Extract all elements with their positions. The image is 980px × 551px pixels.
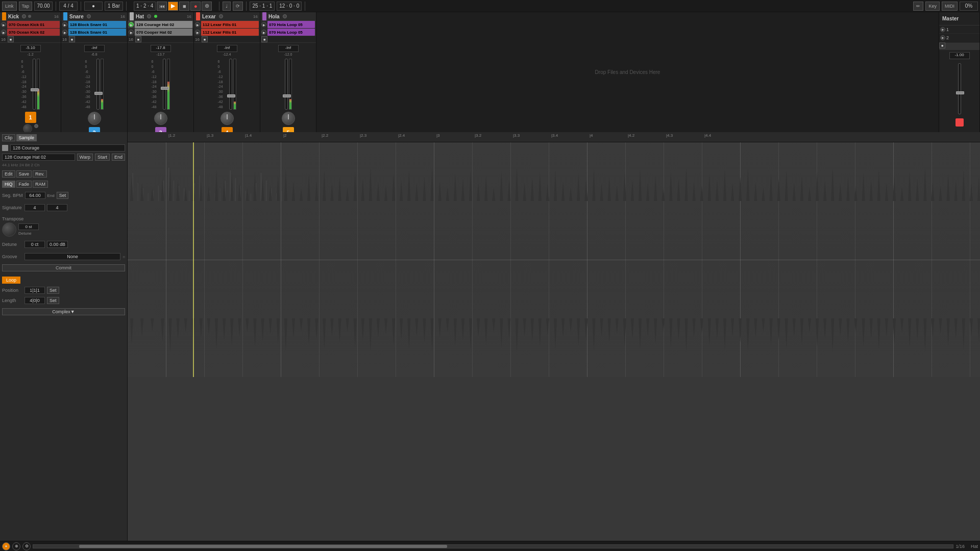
hola-vol[interactable]: -Inf — [278, 45, 299, 52]
overdub-button[interactable]: ⊕ — [202, 2, 212, 11]
lexar-channel-num[interactable]: 4 — [222, 127, 233, 132]
clip-tab[interactable]: Clip — [2, 134, 15, 141]
lexar-launch-2[interactable]: ▶ — [195, 30, 200, 35]
sig-num[interactable]: 4 — [24, 204, 45, 211]
hat-clip-1[interactable]: 128 Courage Hat 02 — [135, 21, 192, 28]
time-sig-display[interactable]: 4 / 4 — [59, 2, 78, 11]
loop-btn[interactable]: Loop — [2, 277, 20, 284]
pos-set-btn[interactable]: Set — [47, 287, 59, 294]
kick-fader[interactable] — [33, 59, 36, 110]
hola-fader-handle[interactable] — [283, 94, 291, 97]
sig-den[interactable]: 4 — [47, 204, 67, 211]
kick-launch-1[interactable]: ▶ — [1, 22, 6, 27]
drop-zone[interactable]: Drop Files and Devices Here — [316, 12, 939, 132]
kick-stop-btn[interactable]: ■ — [8, 36, 14, 42]
kick-send-knob[interactable] — [23, 124, 32, 132]
hola-stop-btn[interactable]: ■ — [261, 36, 267, 42]
detune-db[interactable]: 0.00 dB — [47, 241, 68, 248]
complex-btn[interactable]: Complex▼ — [2, 308, 125, 315]
lexar-fader-handle[interactable] — [227, 94, 235, 97]
hola-arm-btn[interactable] — [283, 14, 287, 18]
save-btn[interactable]: Save — [16, 170, 32, 178]
record-button[interactable]: ● — [190, 2, 201, 11]
hola-fader[interactable] — [285, 59, 288, 110]
snare-stop-btn[interactable]: ■ — [69, 36, 75, 42]
pos-val[interactable]: 1|1|1 — [24, 287, 45, 294]
kick-rec-dot[interactable] — [34, 124, 38, 128]
detune-ct[interactable]: 0 ct — [24, 241, 45, 248]
position-display[interactable]: 1 · 2 · 4 — [134, 2, 156, 11]
hola-channel-num[interactable]: 5 — [283, 127, 294, 132]
cpu-icon[interactable]: ⊕ — [12, 542, 20, 550]
kick-channel-num[interactable]: 1 — [25, 112, 36, 123]
lexar-vol[interactable]: -Inf — [217, 45, 237, 52]
ram-btn[interactable]: RAM — [33, 181, 48, 188]
hat-vol[interactable]: -17.8 — [151, 45, 171, 52]
waveform-canvas[interactable] — [128, 142, 980, 377]
loop-toggle[interactable]: ⟳ — [233, 2, 243, 11]
loop-end[interactable]: 12 · 0 · 0 — [277, 2, 302, 11]
hat-launch-2[interactable]: ▶ — [129, 30, 134, 35]
bar-mode[interactable]: 1 Bar — [105, 2, 123, 11]
snare-channel-num[interactable]: 2 — [89, 127, 100, 132]
hat-fader[interactable] — [163, 59, 166, 110]
hat-channel-num[interactable]: 3 — [155, 127, 166, 132]
scrollbar-thumb[interactable] — [79, 545, 447, 548]
record-icon[interactable]: ● — [2, 542, 10, 550]
master-launch-2[interactable]: ▶ — [940, 35, 945, 40]
lexar-launch-1[interactable]: ▶ — [195, 22, 200, 27]
waveform-area[interactable]: |1.2 |1.3 |1.4 |2 |2.2 |2.3 |2.4 |3 |3.2… — [128, 132, 980, 551]
midi-button[interactable]: MIDI — [942, 2, 958, 11]
snare-launch-2[interactable]: ▶ — [62, 30, 67, 35]
warp-tab-btn[interactable]: Warp — [77, 154, 93, 161]
hat-stop-btn[interactable]: ■ — [135, 36, 141, 42]
key-button[interactable]: Key — [925, 2, 940, 11]
master-launch-1[interactable]: ▶ — [940, 27, 945, 32]
kick-arm-btn[interactable] — [22, 14, 26, 18]
groove-val[interactable]: None — [24, 253, 120, 260]
master-stop-btn[interactable]: ■ — [939, 42, 945, 48]
edit-btn[interactable]: Edit — [2, 170, 15, 178]
tap-button[interactable]: Tap — [19, 2, 33, 11]
link-button[interactable]: Link — [2, 2, 17, 11]
fade-btn[interactable]: Fade — [16, 181, 32, 188]
sample-tab[interactable]: Sample — [16, 134, 37, 141]
bpm-val[interactable]: 64.00 — [25, 192, 45, 199]
len-val[interactable]: 4|0|0 — [24, 297, 45, 304]
snare-launch-1[interactable]: ▶ — [62, 22, 67, 27]
kick-clip-2[interactable]: 070 Ocean Kick 02 — [7, 29, 60, 36]
lexar-arm-btn[interactable] — [219, 14, 223, 18]
sample-name-display[interactable]: 128 Courage Hat 02 — [2, 154, 75, 161]
snare-arm-btn[interactable] — [87, 14, 91, 18]
hola-launch-2[interactable]: ▶ — [261, 30, 266, 35]
hola-launch-1[interactable]: ▶ — [261, 22, 266, 27]
draw-button[interactable]: ✏ — [913, 2, 923, 11]
master-vol[interactable]: -1.00 — [949, 52, 970, 59]
hat-pan-knob[interactable] — [154, 112, 167, 125]
kick-clip-1[interactable]: 070 Ocean Kick 01 — [7, 21, 60, 28]
clip-color-swatch[interactable] — [2, 145, 8, 151]
rev-btn[interactable]: Rev. — [33, 170, 47, 178]
prev-button[interactable]: ⏮ — [157, 2, 167, 11]
lexar-stop-btn[interactable]: ■ — [202, 36, 208, 42]
commit-btn[interactable]: Commit — [2, 264, 125, 271]
hola-clip-2[interactable]: 070 Hola Loop 05 — [267, 29, 315, 36]
snare-fader[interactable] — [96, 59, 100, 110]
lexar-clip-1[interactable]: 112 Lexar Fills 01 — [201, 21, 259, 28]
kick-vol-display[interactable]: -5.10 — [20, 45, 41, 52]
hola-pan-knob[interactable] — [282, 112, 295, 125]
bpm-display[interactable]: 70.00 — [34, 2, 53, 11]
play-button[interactable]: ▶ — [168, 2, 178, 11]
snare-vol[interactable]: -Inf — [84, 45, 105, 52]
semitone-val[interactable]: 0 st — [18, 223, 39, 230]
lexar-pan-knob[interactable] — [220, 112, 234, 125]
kick-fader-handle[interactable] — [31, 88, 39, 91]
len-set-btn[interactable]: Set — [47, 297, 59, 304]
kick-launch-2[interactable]: ▶ — [1, 30, 6, 35]
transpose-knob[interactable] — [2, 222, 16, 237]
horizontal-scrollbar[interactable] — [33, 544, 953, 548]
hiq-btn[interactable]: HiQ — [2, 181, 15, 188]
hat-clip-2[interactable]: 070 Cooper Hat 02 — [135, 29, 192, 36]
hat-arm-btn[interactable] — [147, 14, 151, 18]
snare-fader-handle[interactable] — [94, 92, 103, 95]
